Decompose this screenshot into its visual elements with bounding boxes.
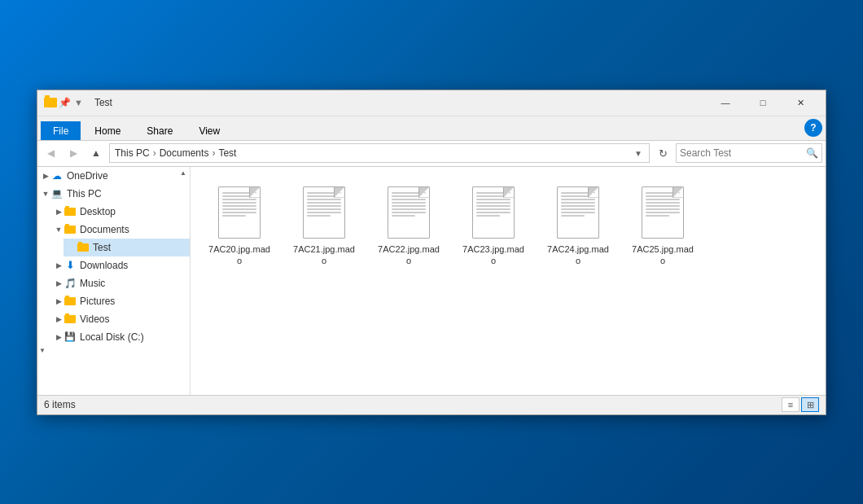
close-button[interactable]: ✕ xyxy=(782,90,819,116)
file-icon-wrap xyxy=(383,183,435,242)
sidebar-item-onedrive[interactable]: ▶ ☁ OneDrive xyxy=(37,167,190,185)
file-explorer-window: 📌 ▼ Test — □ ✕ File Home Share View ? ◀ … xyxy=(37,90,826,415)
title-bar: 📌 ▼ Test — □ ✕ xyxy=(37,90,826,116)
file-icon-wrap xyxy=(298,183,350,242)
address-path[interactable]: This PC › Documents › Test ▼ xyxy=(109,143,650,163)
expand-videos[interactable]: ▶ xyxy=(54,314,64,324)
hdd-icon: 💾 xyxy=(64,331,77,344)
back-button[interactable]: ◀ xyxy=(41,143,60,163)
expand-music[interactable]: ▶ xyxy=(54,278,64,288)
pin-icon: 📌 xyxy=(59,97,71,108)
folder-icon xyxy=(44,98,57,107)
minimize-button[interactable]: — xyxy=(707,90,744,116)
file-icon-wrap xyxy=(637,183,689,242)
large-icon-view-button[interactable]: ⊞ xyxy=(801,397,819,412)
file-item[interactable]: 7AC23.jpg.mado xyxy=(458,180,529,270)
sidebar-item-videos[interactable]: ▶ Videos xyxy=(50,310,190,328)
music-label: Music xyxy=(80,278,105,289)
test-label: Test xyxy=(93,242,111,253)
details-view-button[interactable]: ≡ xyxy=(782,397,799,412)
sidebar-item-test[interactable]: Test xyxy=(64,239,190,256)
pictures-folder-icon xyxy=(64,295,77,308)
files-grid: 7AC20.jpg.mado7AC21.jpg.mado7AC22.jpg.ma… xyxy=(204,180,813,270)
expand-this-pc[interactable]: ▼ xyxy=(41,189,50,199)
downloads-label: Downloads xyxy=(80,260,128,271)
downloads-folder-icon: ⬇ xyxy=(64,259,77,272)
expand-test xyxy=(67,243,77,252)
path-sep-2: › xyxy=(212,147,215,159)
desktop-label: Desktop xyxy=(80,206,116,217)
expand-local-disk[interactable]: ▶ xyxy=(54,332,64,342)
refresh-button[interactable]: ↻ xyxy=(653,143,672,163)
sidebar-item-local-disk[interactable]: ▶ 💾 Local Disk (C:) xyxy=(50,328,190,346)
scroll-up-arrow[interactable]: ▲ xyxy=(178,169,188,178)
expand-onedrive[interactable]: ▶ xyxy=(41,171,50,181)
document-icon xyxy=(472,186,515,239)
this-pc-label: This PC xyxy=(67,188,102,199)
search-box[interactable]: 🔍 xyxy=(676,143,822,163)
file-item[interactable]: 7AC24.jpg.mado xyxy=(542,180,614,270)
dropdown-arrow-icon[interactable]: ▼ xyxy=(74,98,83,107)
file-item[interactable]: 7AC25.jpg.mado xyxy=(627,180,699,270)
tab-file[interactable]: File xyxy=(41,121,81,140)
path-item-documents[interactable]: Documents xyxy=(160,147,209,159)
file-icon-wrap xyxy=(213,183,265,242)
file-name: 7AC21.jpg.mado xyxy=(291,243,357,267)
sidebar-item-documents[interactable]: ▼ Documents xyxy=(50,221,190,239)
file-name: 7AC20.jpg.mado xyxy=(207,243,272,267)
title-bar-icons: 📌 ▼ xyxy=(44,96,83,109)
status-bar: 6 items ≡ ⊞ xyxy=(37,395,826,414)
document-icon xyxy=(218,186,261,239)
test-folder-icon xyxy=(77,241,90,254)
search-icon: 🔍 xyxy=(806,147,818,159)
sidebar-item-pictures[interactable]: ▶ Pictures xyxy=(50,292,190,310)
item-count: 6 items xyxy=(44,399,76,410)
maximize-button[interactable]: □ xyxy=(744,90,782,116)
path-dropdown-arrow[interactable]: ▼ xyxy=(633,147,644,159)
sidebar-item-music[interactable]: ▶ 🎵 Music xyxy=(50,274,190,292)
documents-folder-icon xyxy=(64,223,77,236)
file-item[interactable]: 7AC20.jpg.mado xyxy=(204,180,275,270)
onedrive-icon: ☁ xyxy=(50,169,64,182)
desktop-folder-icon xyxy=(64,205,77,218)
documents-label: Documents xyxy=(80,224,129,235)
tab-home[interactable]: Home xyxy=(82,121,133,140)
scroll-down-arrow[interactable]: ▼ xyxy=(37,346,47,356)
sidebar-item-this-pc[interactable]: ▼ 💻 This PC xyxy=(37,185,190,203)
sidebar-item-desktop[interactable]: ▶ Desktop xyxy=(50,203,190,221)
document-icon xyxy=(303,186,345,239)
videos-folder-icon xyxy=(64,313,77,326)
sidebar-item-downloads[interactable]: ▶ ⬇ Downloads xyxy=(50,256,190,274)
file-name: 7AC23.jpg.mado xyxy=(461,243,526,267)
search-input[interactable] xyxy=(680,147,806,159)
ribbon-tabs: File Home Share View ? xyxy=(37,116,826,141)
window-title: Test xyxy=(94,97,707,108)
expand-downloads[interactable]: ▶ xyxy=(54,261,64,270)
file-icon-wrap xyxy=(467,183,519,242)
path-item-this-pc[interactable]: This PC xyxy=(115,147,150,159)
file-item[interactable]: 7AC21.jpg.mado xyxy=(288,180,360,270)
expand-documents[interactable]: ▼ xyxy=(54,225,64,234)
large-icon-view-icon: ⊞ xyxy=(807,400,814,410)
local-disk-label: Local Disk (C:) xyxy=(80,331,144,343)
forward-button[interactable]: ▶ xyxy=(64,143,83,163)
path-item-test[interactable]: Test xyxy=(218,147,236,159)
up-button[interactable]: ▲ xyxy=(86,143,106,163)
file-name: 7AC25.jpg.mado xyxy=(630,243,695,267)
tab-share[interactable]: Share xyxy=(134,121,185,140)
file-name: 7AC22.jpg.mado xyxy=(376,243,441,267)
document-icon xyxy=(642,186,684,239)
file-item[interactable]: 7AC22.jpg.mado xyxy=(373,180,445,270)
expand-pictures[interactable]: ▶ xyxy=(54,296,64,306)
document-icon xyxy=(388,186,430,239)
view-buttons: ≡ ⊞ xyxy=(782,397,819,412)
tab-view[interactable]: View xyxy=(186,121,232,140)
details-view-icon: ≡ xyxy=(788,400,793,410)
help-button[interactable]: ? xyxy=(804,119,822,137)
file-icon-wrap xyxy=(552,183,604,242)
sidebar: ▲ ▶ ☁ OneDrive ▼ 💻 This PC ▶ xyxy=(37,167,191,395)
expand-desktop[interactable]: ▶ xyxy=(54,207,64,217)
window-controls: — □ ✕ xyxy=(707,90,819,116)
main-content: ▲ ▶ ☁ OneDrive ▼ 💻 This PC ▶ xyxy=(37,167,826,395)
document-icon xyxy=(557,186,599,239)
